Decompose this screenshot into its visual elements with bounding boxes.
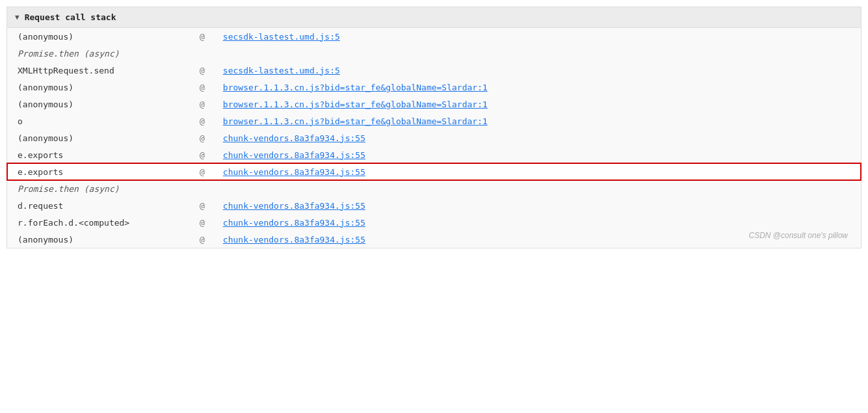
table-row: d.request@chunk-vendors.8a3fa934.js:55 [7,197,861,214]
stack-file-link[interactable]: secsdk-lastest.umd.js:5 [213,62,861,79]
table-row: Promise.then (async) [7,180,861,197]
stack-file-link[interactable]: browser.1.1.3.cn.js?bid=star_fe&globalNa… [213,96,861,113]
stack-function-name: Promise.then (async) [7,180,189,197]
stack-file-link[interactable]: secsdk-lastest.umd.js:5 [213,28,861,45]
panel-content: (anonymous)@secsdk-lastest.umd.js:5Promi… [7,28,861,248]
stack-at-symbol: @ [189,28,213,45]
stack-at-symbol: @ [189,163,213,180]
stack-at-symbol: @ [189,214,213,231]
stack-file-anchor[interactable]: chunk-vendors.8a3fa934.js:55 [223,218,365,228]
table-row: r.forEach.d.<computed>@chunk-vendors.8a3… [7,214,861,231]
stack-function-name: (anonymous) [7,96,189,113]
request-call-stack-panel: ▼ Request call stack (anonymous)@secsdk-… [7,7,861,248]
stack-at-symbol: @ [189,113,213,129]
stack-table: (anonymous)@secsdk-lastest.umd.js:5Promi… [7,28,861,248]
stack-at-symbol: @ [189,146,213,163]
stack-function-name: (anonymous) [7,231,189,248]
stack-at-symbol: @ [189,197,213,214]
stack-at-symbol: @ [189,62,213,79]
stack-file-link[interactable]: browser.1.1.3.cn.js?bid=star_fe&globalNa… [213,113,861,129]
stack-file-anchor[interactable]: chunk-vendors.8a3fa934.js:55 [223,150,365,160]
collapse-icon[interactable]: ▼ [15,13,20,21]
stack-empty-cell [189,45,861,62]
table-row: o@browser.1.1.3.cn.js?bid=star_fe&global… [7,113,861,129]
watermark: CSDN @consult one's pillow [748,231,848,240]
stack-function-name: r.forEach.d.<computed> [7,214,189,231]
table-row: e.exports@chunk-vendors.8a3fa934.js:55 [7,146,861,163]
stack-file-link[interactable]: chunk-vendors.8a3fa934.js:55 [213,129,861,146]
table-row: (anonymous)@browser.1.1.3.cn.js?bid=star… [7,96,861,113]
stack-file-anchor[interactable]: browser.1.1.3.cn.js?bid=star_fe&globalNa… [223,83,488,92]
stack-empty-cell [189,180,861,197]
stack-file-link[interactable]: chunk-vendors.8a3fa934.js:55 [213,146,861,163]
stack-file-anchor[interactable]: chunk-vendors.8a3fa934.js:55 [223,235,365,245]
stack-function-name: (anonymous) [7,79,189,96]
stack-at-symbol: @ [189,129,213,146]
stack-function-name: XMLHttpRequest.send [7,62,189,79]
stack-at-symbol: @ [189,96,213,113]
stack-file-anchor[interactable]: secsdk-lastest.umd.js:5 [223,32,340,42]
table-row: (anonymous)@chunk-vendors.8a3fa934.js:55 [7,231,861,248]
stack-function-name: o [7,113,189,129]
stack-file-link[interactable]: chunk-vendors.8a3fa934.js:55 [213,214,861,231]
table-row: (anonymous)@browser.1.1.3.cn.js?bid=star… [7,79,861,96]
stack-file-anchor[interactable]: chunk-vendors.8a3fa934.js:55 [223,167,365,177]
table-row: e.exports@chunk-vendors.8a3fa934.js:55 [7,163,861,180]
stack-file-anchor[interactable]: secsdk-lastest.umd.js:5 [223,66,340,75]
stack-file-link[interactable]: chunk-vendors.8a3fa934.js:55 [213,163,861,180]
panel-title: Request call stack [25,12,116,22]
stack-file-anchor[interactable]: chunk-vendors.8a3fa934.js:55 [223,133,365,143]
stack-function-name: d.request [7,197,189,214]
table-row: XMLHttpRequest.send@secsdk-lastest.umd.j… [7,62,861,79]
table-row: (anonymous)@secsdk-lastest.umd.js:5 [7,28,861,45]
stack-file-link[interactable]: chunk-vendors.8a3fa934.js:55 [213,197,861,214]
stack-function-name: e.exports [7,163,189,180]
stack-function-name: e.exports [7,146,189,163]
stack-at-symbol: @ [189,231,213,248]
stack-function-name: (anonymous) [7,129,189,146]
stack-function-name: Promise.then (async) [7,45,189,62]
stack-file-anchor[interactable]: chunk-vendors.8a3fa934.js:55 [223,201,365,211]
stack-at-symbol: @ [189,79,213,96]
stack-file-anchor[interactable]: browser.1.1.3.cn.js?bid=star_fe&globalNa… [223,100,488,109]
table-row: Promise.then (async) [7,45,861,62]
table-row: (anonymous)@chunk-vendors.8a3fa934.js:55 [7,129,861,146]
panel-header: ▼ Request call stack [7,7,861,28]
stack-file-link[interactable]: browser.1.1.3.cn.js?bid=star_fe&globalNa… [213,79,861,96]
stack-function-name: (anonymous) [7,28,189,45]
stack-file-anchor[interactable]: browser.1.1.3.cn.js?bid=star_fe&globalNa… [223,116,488,126]
